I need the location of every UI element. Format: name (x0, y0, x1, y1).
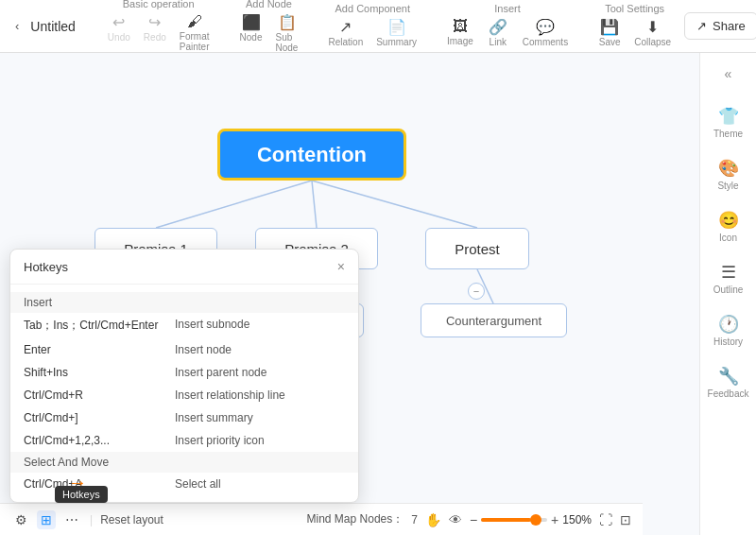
hotkeys-panel: Hotkeys × Insert Tab；Ins；Ctrl/Cmd+Enter … (9, 249, 359, 503)
hotkeys-title: Hotkeys (24, 260, 68, 274)
link-label: Link (490, 37, 507, 47)
root-node-label: Contention (257, 143, 367, 167)
redo-icon: ↪ (148, 13, 161, 31)
main-area: Contention Premise 1 − Premise 2 − Prote… (0, 53, 756, 535)
history-label: History (713, 337, 743, 347)
bottom-bar: ⚙ ⊞ ⋯ | Reset layout Mind Map Nodes： 7 ✋… (0, 503, 643, 535)
fit-screen-btn[interactable]: ⛶ (599, 512, 612, 527)
dots-icon-btn[interactable]: ⋯ (61, 510, 82, 529)
undo-icon: ↩ (112, 13, 125, 31)
outline-icon: ☰ (721, 262, 736, 283)
svg-line-2 (312, 181, 477, 228)
counterargument-node[interactable]: Counterargument (421, 303, 567, 337)
fullscreen-btn[interactable]: ⊡ (620, 512, 631, 527)
back-button[interactable]: ‹ (8, 15, 26, 37)
zoom-controls: − + 150% (470, 512, 592, 527)
group-items-addcomp: ↗ Relation 📄 Summary (323, 16, 423, 49)
group-label-basic: Basic operation (123, 0, 195, 9)
share-label: Share (713, 19, 746, 33)
toolbar-group-insert: Insert 🖼 Image 🔗 Link 💬 Comments (441, 3, 574, 49)
hand-icon[interactable]: ✋ (425, 512, 441, 527)
share-button[interactable]: ↗ Share (684, 12, 756, 40)
hk-row-4: Ctrl/Cmd+] Insert summary (10, 406, 358, 429)
toolbar-group-toolsettings: Tool Settings 💾 Save ⬇ Collapse (593, 3, 677, 49)
reset-layout-btn[interactable]: Reset layout (100, 513, 163, 526)
node-icon: ⬛ (242, 13, 261, 31)
hk-desc-4: Insert summary (175, 411, 345, 424)
save-label: Save (599, 37, 621, 47)
save-button[interactable]: 💾 Save (593, 16, 627, 49)
sidebar-item-icon[interactable]: 😊 Icon (704, 202, 753, 250)
group-label-insert: Insert (494, 3, 521, 14)
toolbar-group-addcomp: Add Component ↗ Relation 📄 Summary (323, 3, 423, 49)
link-icon: 🔗 (489, 18, 507, 36)
summary-button[interactable]: 📄 Summary (370, 16, 422, 49)
save-icon: 💾 (600, 18, 619, 36)
hk-desc-1: Insert node (175, 343, 345, 356)
hk-desc-5: Insert priority icon (175, 434, 345, 447)
zoom-percent: 150% (562, 513, 592, 526)
settings-icon-btn[interactable]: ⚙ (11, 510, 31, 529)
comments-button[interactable]: 💬 Comments (517, 16, 574, 49)
sidebar-item-style[interactable]: 🎨 Style (704, 150, 753, 198)
node-label: Node (240, 32, 263, 43)
zoom-slider[interactable] (481, 518, 547, 522)
protest-collapse-btn[interactable]: − (468, 283, 485, 300)
format-painter-label: Format Painter (180, 31, 210, 52)
link-button[interactable]: 🔗 Link (481, 16, 515, 49)
redo-label: Redo (144, 32, 166, 43)
relation-label: Relation (329, 37, 364, 47)
hk-desc-0: Insert subnode (175, 318, 345, 334)
zoom-plus-btn[interactable]: + (551, 512, 558, 527)
group-label-toolsettings: Tool Settings (605, 3, 664, 14)
counterargument-label: Counterargument (446, 314, 541, 328)
undo-label: Undo (108, 32, 130, 43)
format-painter-button[interactable]: 🖌 Format Painter (174, 11, 215, 54)
page-title: Untitled (30, 19, 75, 34)
zoom-minus-btn[interactable]: − (470, 512, 477, 527)
hk-row-2: Shift+Ins Insert parent node (10, 361, 358, 384)
node-button[interactable]: ⬛ Node (234, 11, 268, 55)
toolbar-group-addnode: Add Node ⬛ Node 📋 Sub Node (234, 0, 304, 55)
hk-desc-6: Select all (175, 477, 345, 491)
protest-node[interactable]: Protest (425, 228, 529, 269)
group-items-addnode: ⬛ Node 📋 Sub Node (234, 11, 304, 55)
undo-button[interactable]: ↩ Undo (102, 11, 136, 54)
sidebar-item-history[interactable]: 🕐 History (704, 306, 753, 354)
hk-key-0: Tab；Ins；Ctrl/Cmd+Enter (24, 318, 175, 334)
style-icon: 🎨 (718, 158, 739, 179)
sidebar-item-feedback[interactable]: 🔧 Feedback (704, 358, 753, 406)
hk-row-5: Ctrl/Cmd+1,2,3... Insert priority icon (10, 429, 358, 452)
hk-section-selectmove: Select And Move (10, 452, 358, 473)
hotkeys-body: Insert Tab；Ins；Ctrl/Cmd+Enter Insert sub… (10, 285, 358, 502)
zoom-slider-fill (481, 518, 531, 522)
sidebar-item-theme[interactable]: 👕 Theme (704, 98, 753, 147)
comments-icon: 💬 (536, 18, 555, 36)
hk-section-insert: Insert (10, 292, 358, 313)
root-node[interactable]: Contention (217, 129, 406, 181)
subnode-icon: 📋 (278, 13, 297, 31)
grid-icon-btn[interactable]: ⊞ (37, 510, 56, 529)
hk-key-4: Ctrl/Cmd+] (24, 411, 175, 424)
theme-label: Theme (713, 129, 743, 139)
collapse-label: Collapse (634, 37, 671, 47)
image-button[interactable]: 🖼 Image (441, 16, 479, 49)
hk-row-0: Tab；Ins；Ctrl/Cmd+Enter Insert subnode (10, 313, 358, 338)
subnode-button[interactable]: 📋 Sub Node (270, 11, 304, 55)
sidebar-item-outline[interactable]: ☰ Outline (704, 254, 753, 302)
collapse-button[interactable]: ⬇ Collapse (628, 16, 677, 49)
image-label: Image (447, 36, 473, 46)
relation-button[interactable]: ↗ Relation (323, 16, 369, 49)
group-items-insert: 🖼 Image 🔗 Link 💬 Comments (441, 16, 574, 49)
hotkeys-close-btn[interactable]: × (337, 259, 345, 274)
sidebar-collapse-btn[interactable]: « (715, 60, 742, 87)
eye-icon[interactable]: 👁 (449, 512, 462, 527)
hk-key-2: Shift+Ins (24, 366, 175, 379)
image-icon: 🖼 (453, 18, 468, 35)
bottom-sep1: | (90, 513, 93, 526)
redo-button[interactable]: ↪ Redo (138, 11, 172, 54)
arrow-indicator: → (68, 472, 87, 493)
relation-icon: ↗ (339, 18, 352, 36)
hk-key-1: Enter (24, 343, 175, 356)
canvas[interactable]: Contention Premise 1 − Premise 2 − Prote… (0, 53, 699, 535)
